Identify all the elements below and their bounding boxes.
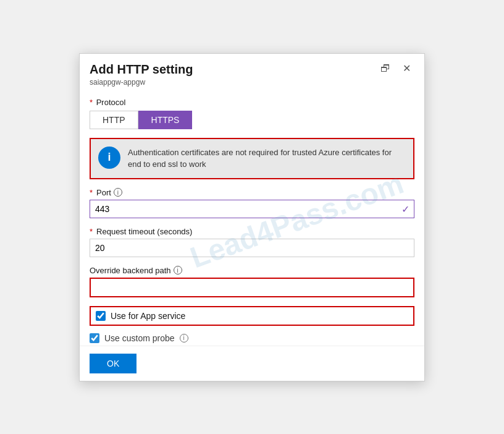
port-field-row: * Port i ✓: [90, 188, 414, 218]
timeout-label: * Request timeout (seconds): [90, 227, 414, 236]
protocol-section: * Protocol HTTP HTTPS: [90, 98, 414, 129]
protocol-tabs: HTTP HTTPS: [90, 111, 414, 129]
tab-https[interactable]: HTTPS: [138, 111, 193, 129]
override-path-field-row: Override backend path i: [90, 266, 414, 297]
override-path-info-icon[interactable]: i: [174, 266, 182, 274]
port-input[interactable]: [90, 200, 414, 218]
override-path-label: Override backend path i: [90, 266, 414, 275]
close-button[interactable]: ✕: [399, 62, 414, 75]
port-checkmark-icon: ✓: [401, 203, 410, 215]
override-path-input[interactable]: [90, 278, 414, 297]
use-app-service-checkbox[interactable]: [96, 311, 106, 321]
dialog-controls: 🗗 ✕: [377, 62, 414, 75]
use-app-service-label: Use for App service: [111, 311, 185, 321]
info-text: Authentication certificates are not requ…: [128, 147, 406, 171]
tab-http[interactable]: HTTP: [90, 111, 138, 129]
use-custom-probe-row: Use custom probe i: [90, 331, 414, 346]
timeout-input[interactable]: [90, 239, 414, 257]
use-app-service-row: Use for App service: [90, 306, 414, 326]
dialog-title: Add HTTP setting: [90, 62, 193, 77]
dialog-subtitle: saiappgw-appgw: [90, 78, 193, 87]
use-custom-probe-label: Use custom probe: [104, 333, 175, 343]
dialog-footer: OK: [80, 346, 424, 381]
port-input-wrapper: ✓: [90, 200, 414, 218]
dialog-header: Add HTTP setting saiappgw-appgw 🗗 ✕: [80, 54, 424, 91]
required-star: *: [90, 98, 93, 107]
minimize-button[interactable]: 🗗: [377, 62, 394, 75]
port-info-icon[interactable]: i: [114, 188, 122, 197]
ok-button[interactable]: OK: [90, 354, 136, 373]
port-label: * Port i: [90, 188, 414, 197]
timeout-input-wrapper: [90, 239, 414, 257]
timeout-field-row: * Request timeout (seconds): [90, 227, 414, 257]
info-box: i Authentication certificates are not re…: [90, 138, 414, 179]
info-icon: i: [98, 147, 120, 169]
protocol-label: * Protocol: [90, 98, 414, 107]
add-http-setting-dialog: Lead4Pass.com Add HTTP setting saiappgw-…: [79, 53, 425, 381]
dialog-title-block: Add HTTP setting saiappgw-appgw: [90, 62, 193, 87]
use-custom-probe-checkbox[interactable]: [90, 333, 99, 343]
dialog-body: * Protocol HTTP HTTPS i Authentication c…: [80, 91, 424, 346]
override-path-input-wrapper: [90, 278, 414, 297]
custom-probe-info-icon[interactable]: i: [180, 334, 188, 343]
